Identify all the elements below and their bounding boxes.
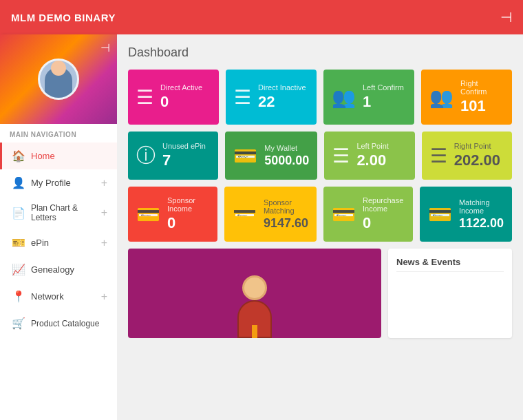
stat-label: Repurchase Income	[363, 196, 405, 213]
sidebar-label-plan: Plan Chart & Letters	[31, 203, 101, 222]
sidebar-item-genealogy[interactable]: 📈 Genealogy	[0, 256, 117, 283]
plus-icon: +	[101, 177, 107, 189]
stat-card-unused-epin[interactable]: ⓘ Unused ePin 7	[128, 132, 218, 180]
stat-value: 5000.00	[264, 154, 309, 168]
stat-card-sponsor-income[interactable]: 💳 Sponsor Income 0	[128, 187, 217, 242]
stat-card-left-confirm[interactable]: 👥 Left Confirm 1	[323, 70, 414, 125]
sidebar-label-home: Home	[31, 151, 55, 161]
sidebar-label-epin: ePin	[31, 238, 49, 248]
sidebar-item-my-profile[interactable]: 👤 My Profile +	[0, 169, 117, 196]
stats-row-2: ⓘ Unused ePin 7 💳 My Wallet 5000.00 ☰ Le…	[128, 132, 512, 180]
stat-icon: 💳	[428, 203, 452, 226]
stats-row-3: 💳 Sponsor Income 0 💳 Sponsor Matching 91…	[128, 187, 512, 242]
stat-value: 2.00	[356, 151, 388, 169]
stat-icon: ⓘ	[136, 143, 156, 169]
plus-icon: +	[101, 291, 107, 303]
stat-card-matching-income[interactable]: 💳 Matching Income 1122.00	[420, 187, 512, 242]
sidebar-item-product-catalogue[interactable]: 🛒 Product Catalogue	[0, 310, 117, 337]
app-title: MLM DEMO BINARY	[11, 12, 116, 23]
stat-card-repurchase-income[interactable]: 💳 Repurchase Income 0	[323, 187, 413, 242]
stat-icon: 💳	[332, 203, 356, 226]
main-layout: ⊣ MAIN NAVIGATION 🏠 Home 👤 My Profile + …	[0, 34, 523, 420]
stat-value: 0	[167, 214, 209, 232]
stat-card-my-wallet[interactable]: 💳 My Wallet 5000.00	[225, 132, 317, 180]
stat-label: Sponsor Income	[167, 196, 209, 213]
plan-icon: 📄	[12, 207, 25, 220]
stat-value: 0	[363, 214, 405, 232]
bottom-section: News & Events	[128, 249, 512, 338]
stat-value: 7	[162, 151, 206, 169]
home-icon: 🏠	[12, 149, 25, 162]
stat-icon: 👥	[429, 86, 453, 109]
nav-label: MAIN NAVIGATION	[0, 124, 117, 143]
network-icon: 📍	[12, 290, 25, 303]
sidebar-item-left: 🛒 Product Catalogue	[12, 317, 99, 330]
stat-icon: ☰	[136, 86, 153, 109]
sidebar-label-product: Product Catalogue	[31, 319, 99, 328]
stat-value: 9147.60	[264, 216, 308, 231]
sidebar-item-left: 👤 My Profile	[12, 176, 71, 189]
stat-label: Direct Inactive	[258, 83, 306, 92]
stat-card-direct-inactive[interactable]: ☰ Direct Inactive 22	[226, 70, 317, 125]
plus-icon: +	[101, 207, 107, 219]
stat-label: Direct Active	[160, 83, 202, 92]
stat-label: Left Point	[356, 142, 388, 150]
banner-tie	[252, 325, 257, 338]
sidebar-item-plan-chart[interactable]: 📄 Plan Chart & Letters +	[0, 196, 117, 229]
product-icon: 🛒	[12, 317, 25, 330]
top-header: MLM DEMO BINARY ⊣	[0, 0, 523, 34]
sidebar-item-left: 📄 Plan Chart & Letters	[12, 203, 101, 222]
sidebar-label-profile: My Profile	[31, 178, 71, 188]
stat-icon: 💳	[233, 203, 257, 226]
stat-label: Sponsor Matching	[264, 198, 308, 215]
stat-icon: 👥	[332, 86, 356, 109]
sidebar-avatar-area: ⊣	[0, 34, 117, 124]
stat-value: 101	[460, 97, 504, 115]
stat-card-right-confirm[interactable]: 👥 Right Confirm 101	[421, 70, 512, 125]
stat-label: My Wallet	[264, 144, 309, 152]
sidebar-item-left: 📍 Network	[12, 290, 64, 303]
sidebar-item-home[interactable]: 🏠 Home	[0, 143, 117, 169]
stat-icon: 💳	[136, 203, 160, 226]
stat-icon: ☰	[234, 86, 251, 109]
sidebar-item-network[interactable]: 📍 Network +	[0, 283, 117, 310]
sidebar-label-genealogy: Genealogy	[31, 264, 74, 275]
stat-card-left-point[interactable]: ☰ Left Point 2.00	[324, 132, 414, 180]
sidebar-item-epin[interactable]: 🎫 ePin +	[0, 229, 117, 256]
avatar-head	[51, 61, 66, 76]
sidebar-item-left: 🏠 Home	[12, 149, 55, 162]
stat-icon: 💳	[233, 145, 257, 167]
sidebar-logout-icon[interactable]: ⊣	[100, 41, 110, 54]
profile-icon: 👤	[12, 176, 25, 189]
stats-row-1: ☰ Direct Active 0 ☰ Direct Inactive 22 👥…	[128, 70, 512, 125]
sidebar-item-left: 🎫 ePin	[12, 236, 49, 249]
epin-icon: 🎫	[12, 236, 25, 249]
stat-card-direct-active[interactable]: ☰ Direct Active 0	[128, 70, 219, 125]
stat-value: 202.00	[454, 151, 500, 169]
genealogy-icon: 📈	[12, 263, 25, 276]
sidebar-label-network: Network	[31, 291, 64, 302]
main-content: Dashboard ☰ Direct Active 0 ☰ Direct Ina…	[117, 34, 523, 420]
stat-card-sponsor-matching[interactable]: 💳 Sponsor Matching 9147.60	[224, 187, 317, 242]
sidebar: ⊣ MAIN NAVIGATION 🏠 Home 👤 My Profile + …	[0, 34, 117, 420]
banner-head	[242, 275, 267, 300]
header-logout-icon[interactable]: ⊣	[500, 9, 512, 25]
bottom-banner	[128, 249, 381, 338]
stat-label: Matching Income	[459, 198, 504, 215]
stat-label: Right Confirm	[460, 79, 504, 96]
sidebar-item-left: 📈 Genealogy	[12, 263, 74, 276]
stat-icon: ☰	[430, 145, 447, 167]
stat-label: Unused ePin	[162, 142, 206, 150]
stat-label: Left Confirm	[363, 83, 404, 92]
stat-value: 1	[363, 93, 404, 111]
page-title: Dashboard	[128, 45, 512, 60]
stat-value: 22	[258, 93, 306, 111]
stat-label: Right Point	[454, 142, 500, 150]
stat-value: 1122.00	[459, 216, 504, 231]
news-events-title: News & Events	[396, 257, 504, 272]
stat-card-right-point[interactable]: ☰ Right Point 202.00	[422, 132, 512, 180]
news-events-box: News & Events	[388, 249, 512, 338]
banner-figure	[237, 275, 272, 338]
stat-value: 0	[160, 93, 202, 111]
stat-icon: ☰	[332, 145, 350, 167]
